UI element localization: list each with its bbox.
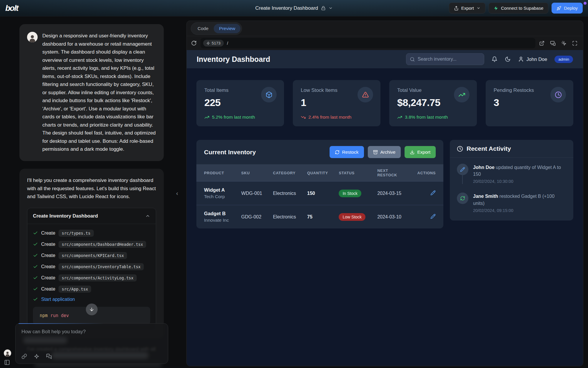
inventory-card-header: Current Inventory Restock Archive xyxy=(196,140,443,164)
inventory-title: Current Inventory xyxy=(204,149,256,156)
tab-preview[interactable]: Preview xyxy=(214,24,240,33)
external-link-icon[interactable] xyxy=(539,40,544,46)
artifact-header[interactable]: Create Inventory Dashboard xyxy=(27,208,156,224)
chat-input-toolbar xyxy=(21,354,52,359)
package-icon xyxy=(261,87,277,102)
kpi-card-low-stock: Low Stock Items 1 2.4% from last month xyxy=(293,80,380,126)
devices-icon[interactable] xyxy=(550,40,556,46)
download-icon xyxy=(410,150,415,155)
sku-cell: WDG-001 xyxy=(238,182,270,205)
user-menu[interactable]: John Doe xyxy=(518,56,547,62)
archive-button[interactable]: Archive xyxy=(368,146,401,158)
kpi-row: Total Items 225 5.2% from last month Low… xyxy=(196,80,573,126)
quantity-cell[interactable]: 75 xyxy=(304,205,336,229)
inspect-cursor-icon[interactable] xyxy=(561,40,567,46)
artifact-step: Create src/components/KPICard.tsx xyxy=(33,252,150,259)
check-icon xyxy=(33,242,38,247)
url-path: / xyxy=(227,41,228,46)
sparkles-icon[interactable] xyxy=(34,354,39,359)
preview-url-bar: 5173 / xyxy=(187,36,583,50)
chat-icon[interactable] xyxy=(46,354,52,359)
url-field[interactable]: 5173 / xyxy=(201,38,535,48)
reload-icon[interactable] xyxy=(191,40,197,46)
account-avatar[interactable] xyxy=(4,349,11,357)
product-supplier: Tech Corp xyxy=(204,194,235,199)
file-path[interactable]: src/components/InventoryTable.tsx xyxy=(59,263,144,270)
dashboard-header-actions: John Doe admin xyxy=(406,53,573,65)
status-badge: In Stock xyxy=(339,190,361,197)
dashboard-header: Inventory Dashboard John Doe admin xyxy=(187,50,583,68)
user-icon xyxy=(518,56,524,62)
user-message-text: Design a responsive and user-friendly in… xyxy=(42,32,156,153)
column-header: SKU xyxy=(238,164,270,182)
search-input[interactable] xyxy=(418,57,480,62)
chat-input-box[interactable] xyxy=(15,323,168,364)
check-icon xyxy=(33,275,38,280)
chevron-down-icon xyxy=(477,6,480,10)
connect-supabase-button[interactable]: Connect to Supabase xyxy=(489,3,548,14)
edit-pencil-icon[interactable] xyxy=(430,214,436,219)
kpi-trend: 5.2% from last month xyxy=(204,115,255,120)
current-inventory-card: Current Inventory Restock Archive xyxy=(196,140,443,228)
redacted-blur xyxy=(51,352,148,359)
clock-icon xyxy=(457,146,463,152)
dark-mode-toggle-moon-icon[interactable] xyxy=(505,56,511,62)
export-button[interactable]: Export xyxy=(449,3,485,14)
table-row[interactable]: Gadget B Innovate Inc GDG-002 Electronic… xyxy=(196,205,443,229)
restock-button[interactable]: Restock xyxy=(330,146,364,158)
port-pill[interactable]: 5173 xyxy=(203,40,224,47)
file-path[interactable]: src/components/DashboardHeader.tsx xyxy=(59,241,146,248)
edit-pencil-icon[interactable] xyxy=(430,190,436,195)
bell-icon[interactable] xyxy=(492,56,497,62)
search-icon xyxy=(410,57,415,62)
dashboard-title: Inventory Dashboard xyxy=(197,55,270,64)
inventory-search-box[interactable] xyxy=(406,53,484,65)
activity-card-header: Recent Activity xyxy=(450,140,573,158)
file-path[interactable]: src/components/ActivityLog.tsx xyxy=(59,274,137,281)
redacted-blur xyxy=(23,337,67,344)
product-supplier: Innovate Inc xyxy=(204,218,235,223)
artifact-step: Create src/App.tsx xyxy=(33,286,150,293)
tab-code[interactable]: Code xyxy=(192,24,214,33)
column-header: NEXT RESTOCK xyxy=(374,164,409,182)
pencil-icon xyxy=(457,164,468,175)
preview-pane: Inventory Dashboard John Doe admin xyxy=(187,50,583,366)
column-header: PRODUCT xyxy=(196,164,238,182)
share-icon xyxy=(454,6,459,11)
column-header: QUANTITY xyxy=(304,164,336,182)
list-item: Jane Smith restocked Gadget B (+100 unit… xyxy=(457,193,566,213)
view-tab-group: Code Preview xyxy=(191,22,242,35)
column-header: CATEGORY xyxy=(270,164,304,182)
deploy-button[interactable]: Deploy xyxy=(552,3,583,14)
activity-list: John Doe updated quantity of Widget A to… xyxy=(450,158,573,221)
product-name: Gadget B xyxy=(204,211,235,216)
chat-collapse-handle[interactable]: ‹ xyxy=(176,190,178,197)
panel-left-icon[interactable] xyxy=(4,359,10,365)
check-icon xyxy=(33,297,38,302)
start-application-link[interactable]: Start application xyxy=(41,297,75,302)
export-csv-button[interactable]: Export xyxy=(405,146,436,158)
recent-activity-card: Recent Activity John Doe updat xyxy=(450,140,573,221)
project-title-group[interactable]: Create Inventory Dashboard xyxy=(255,5,333,11)
scroll-to-bottom-button[interactable] xyxy=(86,304,98,315)
kpi-card-total-value: Total Value $8,247.75 3.8% from last mon… xyxy=(389,80,477,126)
link-icon[interactable] xyxy=(21,354,27,359)
category-cell: Electronics xyxy=(270,182,304,205)
kpi-card-pending-restocks: Pending Restocks 3 xyxy=(486,80,573,126)
chevron-up-icon[interactable] xyxy=(145,213,150,218)
check-icon xyxy=(33,264,38,269)
artifact-step: Create src/components/DashboardHeader.ts… xyxy=(33,241,150,248)
chat-prompt-input[interactable] xyxy=(21,329,162,334)
file-path[interactable]: src/App.tsx xyxy=(59,286,91,293)
kpi-trend: 3.8% from last month xyxy=(397,115,448,120)
fullscreen-icon[interactable] xyxy=(572,40,577,46)
table-row[interactable]: Widget A Tech Corp WDG-001 Electronics 1… xyxy=(196,182,443,205)
file-path[interactable]: src/components/KPICard.tsx xyxy=(59,252,127,259)
artifact-step: Create src/components/ActivityLog.tsx xyxy=(33,274,150,281)
lock-icon xyxy=(321,6,325,10)
supabase-icon xyxy=(494,6,498,11)
file-path[interactable]: src/types.ts xyxy=(59,230,94,237)
bulk-action-buttons: Restock Archive Export xyxy=(330,146,436,158)
quantity-cell[interactable]: 150 xyxy=(304,182,336,205)
activity-timestamp: 20/02/2024, 09:15:00 xyxy=(473,208,566,213)
